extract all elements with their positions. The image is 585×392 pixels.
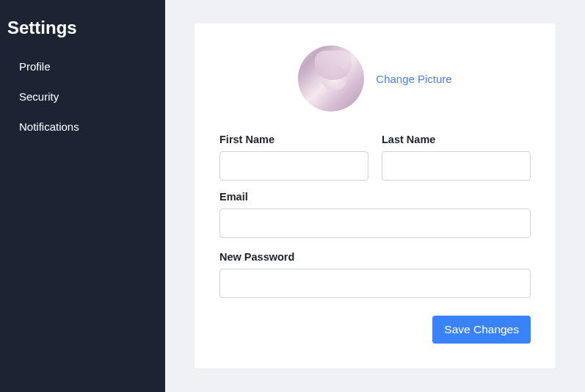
first-name-label: First Name xyxy=(219,134,368,145)
new-password-label: New Password xyxy=(219,251,531,263)
change-picture-button[interactable]: Change Picture xyxy=(376,73,451,85)
password-field: New Password xyxy=(219,251,531,298)
email-field: Email xyxy=(219,191,531,238)
profile-card: Change Picture First Name Last Name Emai… xyxy=(195,23,556,369)
avatar-row: Change Picture xyxy=(219,46,531,112)
settings-title: Settings xyxy=(0,0,165,46)
button-row: Save Changes xyxy=(219,316,531,344)
main-content: Change Picture First Name Last Name Emai… xyxy=(165,0,585,392)
sidebar: Settings Profile Security Notifications xyxy=(0,0,165,392)
sidebar-item-security[interactable]: Security xyxy=(0,81,165,112)
sidebar-item-notifications[interactable]: Notifications xyxy=(0,112,165,142)
nav-list: Profile Security Notifications xyxy=(0,46,165,148)
last-name-input[interactable] xyxy=(382,151,531,181)
new-password-input[interactable] xyxy=(219,269,531,298)
sidebar-item-profile[interactable]: Profile xyxy=(0,51,165,81)
avatar xyxy=(298,46,364,112)
email-label: Email xyxy=(219,191,531,203)
save-changes-button[interactable]: Save Changes xyxy=(432,316,531,344)
first-name-field: First Name xyxy=(219,134,368,181)
last-name-field: Last Name xyxy=(382,134,531,181)
first-name-input[interactable] xyxy=(219,151,368,181)
email-input[interactable] xyxy=(219,208,531,238)
name-row: First Name Last Name xyxy=(219,134,531,191)
last-name-label: Last Name xyxy=(382,134,531,145)
